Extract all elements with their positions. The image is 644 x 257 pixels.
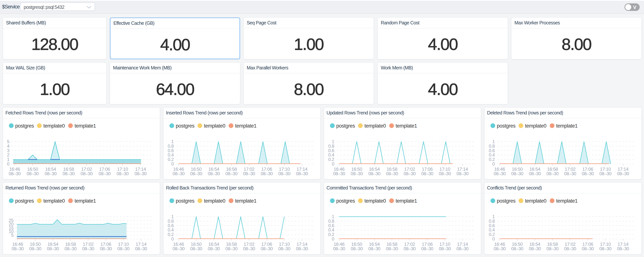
svg-text:08–30: 08–30 xyxy=(511,246,523,251)
svg-text:08–30: 08–30 xyxy=(172,246,184,251)
svg-text:08–30: 08–30 xyxy=(135,246,147,251)
svg-text:08–30: 08–30 xyxy=(529,171,541,176)
svg-text:08–30: 08–30 xyxy=(278,246,290,251)
svg-text:08–30: 08–30 xyxy=(260,171,272,176)
svg-text:08–30: 08–30 xyxy=(564,171,576,176)
svg-text:08–30: 08–30 xyxy=(208,246,220,251)
svg-text:postgres: postgres xyxy=(497,198,516,204)
svg-text:template0: template0 xyxy=(364,198,386,204)
svg-text:0: 0 xyxy=(171,161,174,166)
svg-text:postgres: postgres xyxy=(176,123,194,129)
svg-text:postgres: postgres xyxy=(176,198,194,204)
svg-text:08–30: 08–30 xyxy=(12,246,24,251)
svg-text:postgres: postgres xyxy=(15,198,34,204)
svg-text:08–30: 08–30 xyxy=(351,246,363,251)
svg-text:08–30: 08–30 xyxy=(421,171,433,176)
svg-text:08–30: 08–30 xyxy=(333,171,345,176)
svg-text:08–30: 08–30 xyxy=(98,171,110,176)
svg-text:08–30: 08–30 xyxy=(296,246,308,251)
svg-text:08–30: 08–30 xyxy=(456,246,468,251)
svg-text:08–30: 08–30 xyxy=(296,171,308,176)
svg-text:08–30: 08–30 xyxy=(44,171,56,176)
svg-text:08–30: 08–30 xyxy=(243,246,255,251)
svg-text:template1: template1 xyxy=(556,198,578,204)
svg-text:08–30: 08–30 xyxy=(546,246,558,251)
svg-text:template0: template0 xyxy=(204,198,225,204)
svg-text:template1: template1 xyxy=(235,198,256,204)
svg-text:template1: template1 xyxy=(396,123,417,129)
svg-text:08–30: 08–30 xyxy=(386,246,398,251)
svg-text:08–30: 08–30 xyxy=(117,246,129,251)
svg-text:08–30: 08–30 xyxy=(116,171,128,176)
svg-text:08–30: 08–30 xyxy=(190,246,202,251)
svg-text:08–30: 08–30 xyxy=(368,246,380,251)
svg-text:08–30: 08–30 xyxy=(243,171,255,176)
svg-text:08–30: 08–30 xyxy=(29,246,41,251)
svg-text:template0: template0 xyxy=(43,123,65,129)
svg-text:08–30: 08–30 xyxy=(564,246,576,251)
svg-text:template0: template0 xyxy=(43,198,65,204)
svg-text:template0: template0 xyxy=(525,123,546,129)
svg-text:08–30: 08–30 xyxy=(172,171,184,176)
svg-text:08–30: 08–30 xyxy=(599,246,611,251)
svg-text:template0: template0 xyxy=(204,123,225,129)
svg-text:08–30: 08–30 xyxy=(226,246,238,251)
svg-text:0: 0 xyxy=(492,161,495,166)
svg-text:08–30: 08–30 xyxy=(208,171,220,176)
svg-text:postgres: postgres xyxy=(336,198,355,204)
svg-text:0: 0 xyxy=(332,236,334,242)
svg-text:08–30: 08–30 xyxy=(617,246,629,251)
svg-text:08–30: 08–30 xyxy=(100,246,112,251)
svg-text:template0: template0 xyxy=(364,123,386,129)
svg-text:08–30: 08–30 xyxy=(511,171,523,176)
svg-text:08–30: 08–30 xyxy=(278,171,290,176)
svg-text:08–30: 08–30 xyxy=(9,171,21,176)
svg-text:0: 0 xyxy=(332,161,334,166)
svg-text:08–30: 08–30 xyxy=(494,246,506,251)
svg-text:0: 0 xyxy=(7,161,10,166)
svg-text:postgres: postgres xyxy=(336,123,355,129)
svg-text:08–30: 08–30 xyxy=(27,171,39,176)
svg-text:08–30: 08–30 xyxy=(226,171,238,176)
svg-text:postgres: postgres xyxy=(15,123,34,129)
svg-text:08–30: 08–30 xyxy=(421,246,433,251)
svg-text:08–30: 08–30 xyxy=(260,246,272,251)
svg-text:template1: template1 xyxy=(235,123,256,129)
svg-text:08–30: 08–30 xyxy=(599,171,611,176)
svg-text:5: 5 xyxy=(11,233,14,238)
svg-text:template1: template1 xyxy=(74,198,96,204)
svg-text:08–30: 08–30 xyxy=(82,246,94,251)
svg-text:08–30: 08–30 xyxy=(439,246,451,251)
svg-text:08–30: 08–30 xyxy=(617,171,629,176)
svg-text:08–30: 08–30 xyxy=(529,246,541,251)
svg-text:08–30: 08–30 xyxy=(494,171,506,176)
svg-text:08–30: 08–30 xyxy=(456,171,468,176)
svg-text:0: 0 xyxy=(492,236,495,242)
svg-text:template0: template0 xyxy=(525,198,546,204)
svg-text:template1: template1 xyxy=(396,198,417,204)
svg-text:08–30: 08–30 xyxy=(404,246,416,251)
svg-text:08–30: 08–30 xyxy=(439,171,451,176)
svg-text:postgres: postgres xyxy=(497,123,516,129)
svg-text:08–30: 08–30 xyxy=(582,246,594,251)
svg-text:08–30: 08–30 xyxy=(546,171,558,176)
svg-text:0: 0 xyxy=(171,236,174,242)
svg-text:08–30: 08–30 xyxy=(333,246,345,251)
svg-text:08–30: 08–30 xyxy=(62,171,74,176)
svg-text:08–30: 08–30 xyxy=(582,171,594,176)
svg-text:08–30: 08–30 xyxy=(64,246,76,251)
svg-text:template1: template1 xyxy=(556,123,578,129)
svg-text:08–30: 08–30 xyxy=(80,171,92,176)
svg-text:08–30: 08–30 xyxy=(351,171,363,176)
svg-text:08–30: 08–30 xyxy=(386,171,398,176)
svg-text:template1: template1 xyxy=(74,123,96,129)
svg-text:08–30: 08–30 xyxy=(404,171,416,176)
svg-text:08–30: 08–30 xyxy=(368,171,380,176)
svg-text:08–30: 08–30 xyxy=(134,171,146,176)
svg-text:08–30: 08–30 xyxy=(190,171,202,176)
svg-text:08–30: 08–30 xyxy=(47,246,59,251)
